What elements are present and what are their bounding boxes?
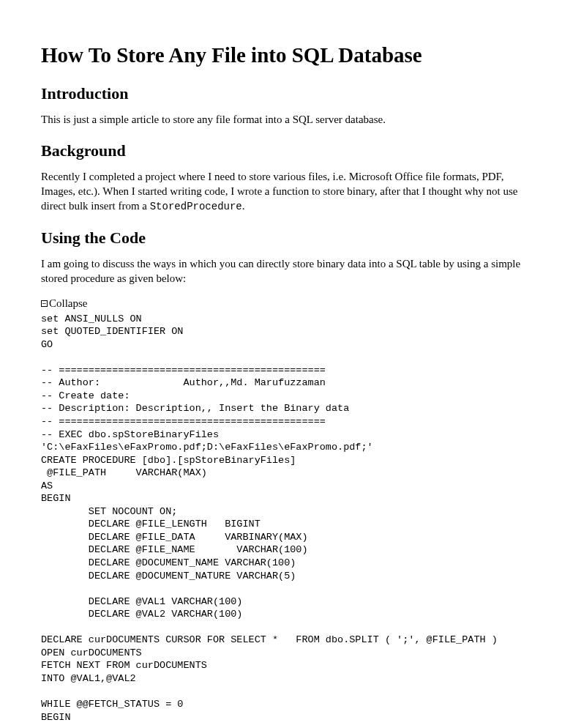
background-heading: Background — [41, 140, 521, 162]
background-text-before: Recently I completed a project where I n… — [41, 171, 517, 212]
minus-icon: − — [41, 300, 48, 307]
usingcode-heading: Using the Code — [41, 227, 521, 249]
background-text-after: . — [242, 200, 245, 212]
background-text: Recently I completed a project where I n… — [41, 169, 521, 214]
inline-code: StoredProcedure — [150, 201, 242, 212]
code-block: set ANSI_NULLS ON set QUOTED_IDENTIFIER … — [41, 313, 521, 724]
usingcode-text: I am going to discuss the ways in which … — [41, 256, 521, 286]
collapse-label: Collapse — [49, 296, 88, 311]
collapse-toggle[interactable]: − Collapse — [41, 296, 521, 311]
intro-heading: Introduction — [41, 83, 521, 105]
intro-text: This is just a simple article to store a… — [41, 112, 521, 127]
page-title: How To Store Any File into SQL Database — [41, 41, 521, 70]
